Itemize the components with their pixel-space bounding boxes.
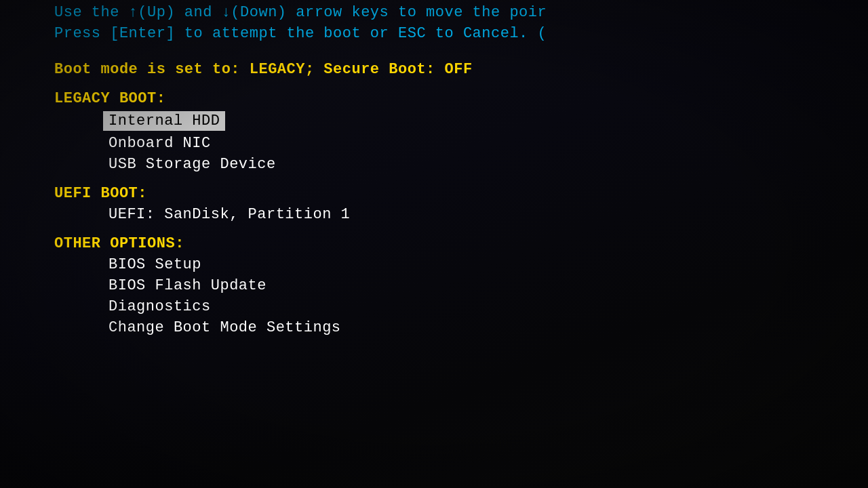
- boot-item-bios-setup[interactable]: BIOS Setup: [108, 256, 868, 273]
- header-instruction-line2: Press [Enter] to attempt the boot or ESC…: [54, 24, 868, 45]
- boot-mode-status: Boot mode is set to: LEGACY; Secure Boot…: [54, 61, 868, 78]
- boot-item-internal-hdd[interactable]: Internal HDD: [103, 111, 225, 131]
- boot-item-usb-storage[interactable]: USB Storage Device: [108, 156, 868, 173]
- bios-content: Use the ↑(Up) and ↓(Down) arrow keys to …: [54, 0, 868, 336]
- boot-item-change-boot-mode[interactable]: Change Boot Mode Settings: [108, 319, 868, 336]
- boot-item-diagnostics[interactable]: Diagnostics: [108, 298, 868, 315]
- boot-item-bios-flash[interactable]: BIOS Flash Update: [108, 277, 868, 294]
- boot-item-onboard-nic[interactable]: Onboard NIC: [108, 135, 868, 152]
- boot-item-uefi-sandisk[interactable]: UEFI: SanDisk, Partition 1: [108, 206, 868, 223]
- other-options-header: OTHER OPTIONS:: [54, 235, 868, 252]
- header-instruction-line1: Use the ↑(Up) and ↓(Down) arrow keys to …: [54, 0, 868, 24]
- legacy-boot-header: LEGACY BOOT:: [54, 90, 868, 107]
- bios-screen: Use the ↑(Up) and ↓(Down) arrow keys to …: [0, 0, 868, 488]
- uefi-boot-header: UEFI BOOT:: [54, 185, 868, 202]
